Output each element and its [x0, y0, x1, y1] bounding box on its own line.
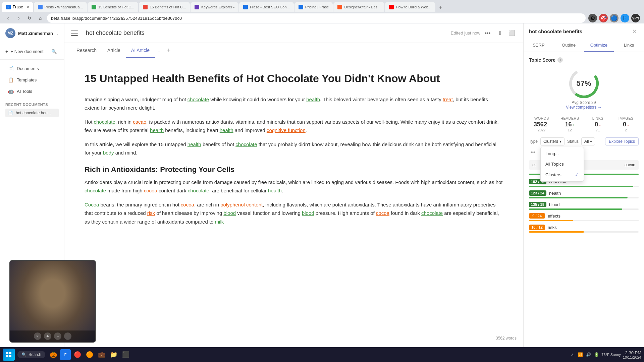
stat-headers-value: 16 ↑ — [557, 121, 583, 128]
tab-frase[interactable]: F Frase ✕ — [2, 2, 33, 12]
extension-icon-vpn[interactable]: VPN — [631, 14, 640, 22]
webcam-control-4[interactable]: ⋯ — [64, 333, 71, 340]
link-health-5[interactable]: health — [268, 188, 282, 193]
wifi-icon[interactable]: 📶 — [577, 352, 583, 358]
link-blood-1[interactable]: blood — [223, 210, 236, 216]
dropdown-item-all-topics[interactable]: All Topics — [541, 159, 584, 169]
new-document-button[interactable]: + + New document 🔍 — [0, 43, 64, 60]
status-dropdown[interactable]: All ▾ — [581, 137, 595, 145]
tab-research[interactable]: Research — [71, 44, 102, 58]
add-tab-button[interactable]: + — [164, 43, 173, 58]
sidebar-user[interactable]: MZ Matt Zimmerman ⌄ — [0, 23, 64, 43]
link-health-1[interactable]: health — [306, 97, 320, 102]
sidebar-item-ai-tools[interactable]: 🤖 AI Tools — [3, 86, 61, 97]
link-health-3[interactable]: health — [220, 127, 233, 133]
taskbar-icon-app6[interactable]: ⬛ — [120, 349, 131, 360]
volume-icon[interactable]: 🔊 — [585, 352, 591, 358]
sidebar-item-documents-label: Documents — [17, 66, 39, 71]
link-health-2[interactable]: health — [150, 127, 164, 133]
taskbar-icon-app1[interactable]: F — [60, 349, 71, 360]
panel-close-button[interactable]: ✕ — [630, 27, 639, 36]
taskbar-search[interactable]: 🔍 Search — [17, 351, 45, 358]
search-icon[interactable]: 🔍 — [49, 47, 59, 56]
forward-button[interactable]: › — [15, 14, 23, 22]
tab-keywords[interactable]: Keywords Explorer - — [191, 2, 238, 12]
dropdown-item-long[interactable]: Long... — [541, 148, 584, 159]
expand-button[interactable]: ⬜ — [507, 28, 517, 38]
document-title[interactable]: hot chocolate benefits — [86, 29, 447, 37]
chevron-down-icon-2: ▾ — [590, 139, 592, 144]
link-chocolate-1[interactable]: chocolate — [187, 97, 209, 102]
taskbar-icon-emoji[interactable]: 🎃 — [48, 349, 59, 360]
tab-8[interactable]: DesignerAffair - Des... — [333, 2, 384, 12]
webcam-control-2[interactable]: ⊕ — [44, 333, 51, 340]
sidebar-item-templates[interactable]: 📋 Templates — [3, 74, 61, 85]
link-cognitive[interactable]: cognitive function — [267, 127, 306, 133]
link-cocoa-4[interactable]: cocoa — [376, 210, 389, 216]
home-button[interactable]: ⌂ — [36, 14, 44, 22]
link-health-4[interactable]: health — [187, 141, 201, 147]
tab-2[interactable]: Posts • WhatWasItCa... — [34, 2, 87, 12]
document-editor[interactable]: 15 Untapped Health Benefits of Hot Choco… — [64, 58, 523, 347]
tabs-more-button[interactable]: ... — [155, 44, 164, 57]
back-button[interactable]: ‹ — [4, 14, 12, 22]
extension-icon-2[interactable]: 🎯 — [599, 14, 608, 22]
tab-3[interactable]: 15 Benefits of Hot C... — [88, 2, 139, 12]
link-chocolate-2[interactable]: chocolate — [94, 119, 115, 125]
taskbar-clock[interactable]: 2:30 PM 10/11/2024 — [623, 350, 641, 359]
status-filter-label: Status — [567, 139, 579, 144]
arrow-up-tray-icon[interactable]: ∧ — [569, 352, 575, 358]
type-dropdown[interactable]: Clusters ▾ — [540, 137, 565, 145]
taskbar-icon-app2[interactable]: 🔴 — [72, 349, 83, 360]
tab-article[interactable]: Article — [102, 44, 126, 58]
extension-icon-3[interactable]: 🔵 — [610, 14, 619, 22]
cacao-item: cacao — [625, 163, 635, 167]
panel-tab-serp[interactable]: SERP — [524, 39, 554, 52]
panel-tab-links[interactable]: Links — [614, 39, 644, 52]
address-bar[interactable]: beta.frase.io/app/documents/4f7262a35752… — [47, 13, 586, 23]
link-cacao[interactable]: cacao — [133, 119, 146, 125]
tab-youtube[interactable]: How to Build a Web... — [385, 2, 435, 12]
more-options-button[interactable]: ••• — [483, 28, 492, 38]
start-button[interactable] — [3, 349, 15, 361]
link-chocolate-5[interactable]: chocolate — [188, 188, 209, 193]
link-blood-2[interactable]: blood — [302, 210, 314, 216]
more-options-icon[interactable]: ••• — [529, 148, 537, 156]
sidebar-item-documents[interactable]: 📄 Documents — [3, 63, 61, 74]
link-chocolate-4[interactable]: chocolate — [85, 188, 106, 193]
taskbar-icon-app4[interactable]: 💼 — [96, 349, 107, 360]
panel-tab-outline[interactable]: Outline — [554, 39, 584, 52]
dropdown-item-clusters[interactable]: Clusters ✓ — [541, 169, 584, 180]
reload-button[interactable]: ↻ — [25, 14, 34, 22]
info-icon[interactable]: i — [557, 57, 563, 63]
link-polyphenol[interactable]: polyphenol content — [220, 202, 263, 207]
sidebar-toggle-button[interactable] — [71, 28, 82, 39]
webcam-control-1[interactable]: ✕ — [34, 333, 41, 340]
link-cocoa-1[interactable]: cocoa — [144, 188, 157, 193]
tab-6[interactable]: Frase - Best SEO Con... — [239, 2, 294, 12]
extension-icon-1[interactable]: ⚙ — [588, 14, 597, 22]
recent-doc-item[interactable]: 📄 hot chocolate ben... — [5, 109, 59, 117]
link-cocoa-3[interactable]: cocoa — [181, 202, 194, 207]
extension-icon-4[interactable]: F — [621, 14, 629, 22]
panel-tab-optimize[interactable]: Optimize — [584, 39, 614, 52]
link-chocolate-3[interactable]: chocolate — [235, 141, 257, 147]
link-risk[interactable]: risk — [147, 210, 155, 216]
taskbar-icon-app3[interactable]: 🟠 — [84, 349, 95, 360]
view-competitors-link[interactable]: View competitors → — [566, 105, 601, 110]
link-cocoa-2[interactable]: Cocoa — [85, 202, 99, 207]
tab-7[interactable]: Pricing | Frase — [294, 2, 333, 12]
battery-icon[interactable]: 🔋 — [593, 352, 599, 358]
share-button[interactable]: ⇧ — [495, 28, 504, 38]
tab-4[interactable]: 15 Benefits of Hot C... — [139, 2, 190, 12]
link-chocolate-6[interactable]: chocolate — [421, 210, 443, 216]
link-body[interactable]: body — [103, 150, 114, 156]
webcam-control-3[interactable]: ↔ — [54, 333, 61, 340]
tab-ai-article[interactable]: AI Article — [126, 44, 155, 58]
tab-close-icon[interactable]: ✕ — [26, 5, 29, 9]
taskbar-icon-app5[interactable]: 📁 — [108, 349, 119, 360]
explore-topics-button[interactable]: Explore Topics — [605, 137, 639, 145]
new-tab-button[interactable]: + — [436, 3, 445, 12]
link-treat[interactable]: treat — [443, 97, 453, 102]
link-milk[interactable]: milk — [215, 219, 224, 225]
